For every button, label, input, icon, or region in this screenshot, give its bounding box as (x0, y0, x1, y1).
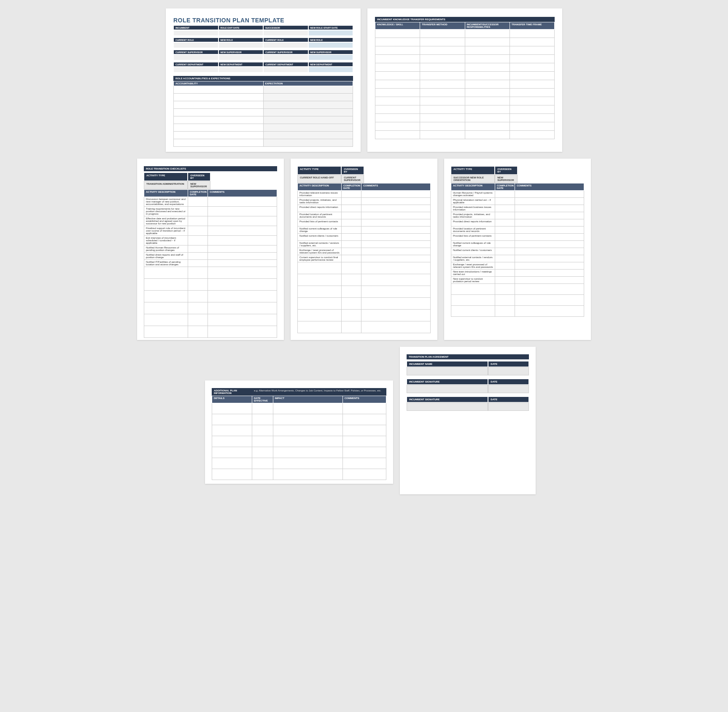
sig-row-3: INCUMBENT SIGNATURE DATE (407, 396, 529, 411)
page-2-knowledge-transfer: INCUMBENT KNOWLEDGE TRANSFER REQUIREMENT… (367, 8, 562, 152)
page-5-checklist-orientation: ACTIVITY TYPE OVERSEEN BY SUCCESSOR NEW … (444, 159, 591, 340)
page-1-role-transition: ROLE TRANSITION PLAN TEMPLATE INCUMBENT … (166, 8, 361, 152)
additional-table: DETAILS DATE EFFECTIVE IMPACT COMMENTS (212, 396, 386, 480)
signature-field[interactable] (407, 385, 488, 393)
field-row-1: INCUMBENT ROLE EXIT DATE SUCCESSOR NEW R… (173, 25, 353, 30)
knowledge-table: KNOWLEDGE / SKILL TRANSFER METHOD INCUMB… (375, 22, 555, 139)
accountability-table: ACCOUNTABILITYEXPECTATION (173, 81, 353, 147)
section-checklists: ROLE TRANSITION CHECKLISTS (144, 166, 277, 171)
successor-cell[interactable] (263, 30, 308, 36)
section-additional: ADDITIONAL PLAN INFORMATION e.g. Alterna… (212, 388, 386, 396)
checklist-table-admin: ACTIVITY DESCRIPTIONCOMPLETION DATECOMME… (144, 189, 277, 338)
section-knowledge: INCUMBENT KNOWLEDGE TRANSFER REQUIREMENT… (375, 17, 555, 22)
page-6-additional-info: ADDITIONAL PLAN INFORMATION e.g. Alterna… (205, 380, 393, 484)
section-accountabilities: ROLE ACCOUNTABILITIES & EXPECTATIONS (173, 76, 353, 81)
sig-row-1: INCUMBENT NAME DATE (407, 361, 529, 375)
date-field[interactable] (488, 367, 529, 375)
activity-desc: Discussion between successor and new man… (144, 197, 188, 207)
checklist-table-handoff: ACTIVITY DESCRIPTIONCOMPLETION DATECOMME… (297, 183, 431, 333)
incumbent-name-field[interactable] (407, 367, 488, 375)
sig-row-2: INCUMBENT SIGNATURE DATE (407, 379, 529, 393)
additional-hint: e.g. Alternative Work Arrangements, Chan… (252, 388, 386, 396)
page-title: ROLE TRANSITION PLAN TEMPLATE (173, 17, 353, 24)
page-7-agreement: TRANSITION PLAN AGREEMENT INCUMBENT NAME… (400, 347, 536, 494)
new-role-start-cell[interactable] (308, 30, 353, 36)
role-exit-date-cell[interactable] (218, 30, 264, 36)
incumbent-cell[interactable] (173, 30, 218, 36)
page-3-checklist-admin: ROLE TRANSITION CHECKLISTS ACTIVITY TYPE… (137, 159, 284, 340)
checklist-table-orientation: ACTIVITY DESCRIPTIONCOMPLETION DATECOMME… (451, 183, 584, 317)
section-agreement: TRANSITION PLAN AGREEMENT (407, 354, 529, 359)
page-4-checklist-handoff: ACTIVITY TYPE OVERSEEN BY CURRENT ROLE H… (291, 159, 437, 340)
